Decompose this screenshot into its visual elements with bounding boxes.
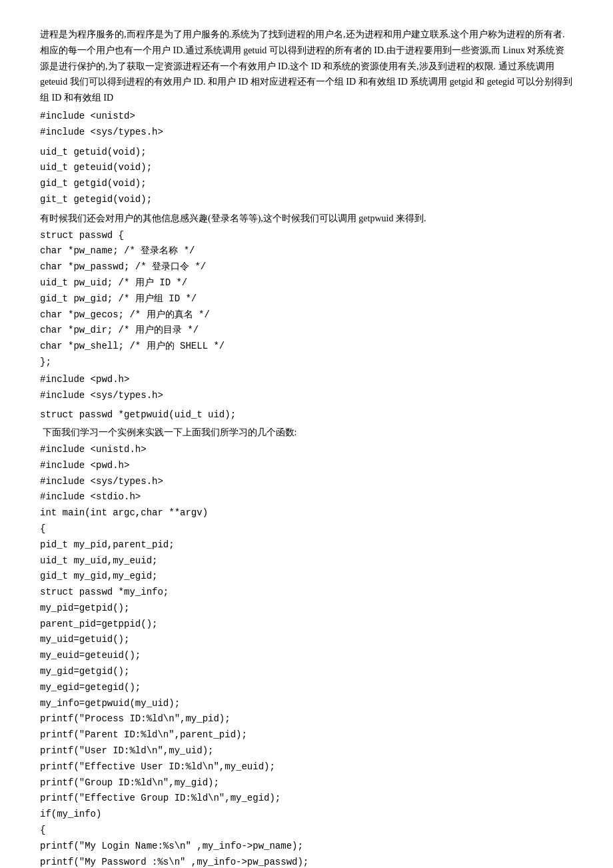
main-content: 进程是为程序服务的,而程序是为了用户服务的.系统为了找到进程的用户名,还为进程和… [40,27,573,868]
intro-paragraph: 进程是为程序服务的,而程序是为了用户服务的.系统为了找到进程的用户名,还为进程和… [40,27,573,106]
passwd-struct-block: struct passwd { char *pw_name; /* 登录名称 *… [40,228,573,371]
example-intro: 下面我们学习一个实例来实践一下上面我们所学习的几个函数: [40,425,573,441]
includes-block-1: #include <unistd> #include <sys/types.h> [40,109,573,141]
getpwuid-proto: struct passwd *getpwuid(uid_t uid); [40,407,573,423]
includes-block-2: #include <pwd.h> #include <sys/types.h> [40,372,573,404]
functions-block: uid_t getuid(void); uid_t geteuid(void);… [40,145,573,208]
example-code-block: #include <unistd.h> #include <pwd.h> #in… [40,442,573,868]
getpwuid-intro: 有时候我们还会对用户的其他信息感兴趣(登录名等等),这个时候我们可以调用 get… [40,211,573,227]
